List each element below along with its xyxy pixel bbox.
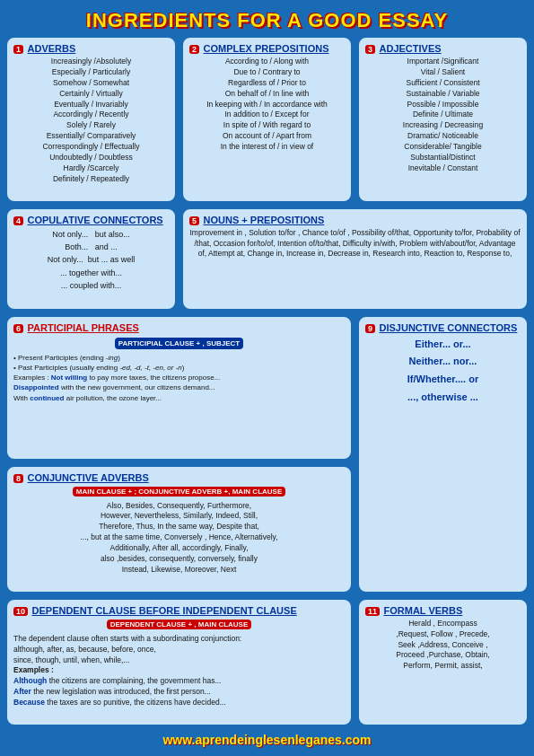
card-nouns-num: 5 xyxy=(189,216,199,225)
card-adverbs-header: 1 ADVERBS xyxy=(13,43,169,54)
main-grid: 1 ADVERBS Increasingly /Absolutely Espec… xyxy=(5,36,529,726)
card-conjunctive: 8 CONJUNCTIVE ADVERBS MAIN CLAUSE + ; CO… xyxy=(5,465,353,593)
card-adjectives: 3 ADJECTIVES Important /Significant Vita… xyxy=(357,36,529,203)
card-adverbs-num: 1 xyxy=(13,45,23,54)
card-complex-header: 2 COMPLEX PREPOSITIONS xyxy=(189,43,345,54)
card-copulative-body: Not only... but also... Both... and ... … xyxy=(13,228,169,293)
card-disjunctive-header: 9 DISJUNCTIVE CONNECTORS xyxy=(365,322,521,333)
card-participial: 6 PARTICIPIAL PHRASES PARTICIPIAL CLAUSE… xyxy=(5,315,353,461)
card-formal-num: 11 xyxy=(365,607,380,616)
card-complex-body: According to / Along with Due to / Contr… xyxy=(189,57,345,153)
conjunctive-highlight: MAIN CLAUSE + ; CONJUNCTIVE ADVERB +, MA… xyxy=(73,487,286,497)
card-formal-body: Herald , Encompass ,Request, Follow , Pr… xyxy=(365,619,521,672)
participial-subtitle: PARTICIPIAL CLAUSE + , SUBJECT xyxy=(115,338,244,349)
card-participial-title: PARTICIPIAL PHRASES xyxy=(28,322,139,333)
card-conjunctive-num: 8 xyxy=(13,474,23,483)
card-disjunctive: 9 DISJUNCTIVE CONNECTORS Either... or...… xyxy=(357,315,529,593)
card-adjectives-header: 3 ADJECTIVES xyxy=(365,43,521,54)
dependent-highlight: DEPENDENT CLAUSE + , MAIN CLAUSE xyxy=(107,620,252,629)
card-adjectives-body: Important /Significant Vital / Salient S… xyxy=(365,57,521,174)
card-adverbs-title: ADVERBS xyxy=(28,43,76,54)
footer-text: www.aprendeinglesenleganes.com xyxy=(162,733,371,747)
card-formal-title: FORMAL VERBS xyxy=(384,605,463,616)
card-dependent-num: 10 xyxy=(13,607,28,616)
footer-bar: www.aprendeinglesenleganes.com xyxy=(5,729,529,751)
card-formal: 11 FORMAL VERBS Herald , Encompass ,Requ… xyxy=(357,598,529,726)
card-nouns-body: Improvement in , Solution to/for , Chanc… xyxy=(189,228,521,260)
card-dependent-title: DEPENDENT CLAUSE BEFORE INDEPENDENT CLAU… xyxy=(32,605,297,616)
card-complex-title: COMPLEX PREPOSITIONS xyxy=(204,43,329,54)
card-participial-num: 6 xyxy=(13,324,23,333)
card-copulative: 4 COPULATIVE CONNECTORS Not only... but … xyxy=(5,207,177,311)
card-dependent: 10 DEPENDENT CLAUSE BEFORE INDEPENDENT C… xyxy=(5,598,353,726)
card-dependent-header: 10 DEPENDENT CLAUSE BEFORE INDEPENDENT C… xyxy=(13,605,345,616)
card-adverbs-body: Increasingly /Absolutely Especially / Pa… xyxy=(13,57,169,185)
card-copulative-num: 4 xyxy=(13,216,23,225)
card-participial-body: PARTICIPIAL CLAUSE + , SUBJECT • Present… xyxy=(13,336,345,403)
card-nouns-header: 5 NOUNS + PREPOSITIONS xyxy=(189,215,521,225)
card-nouns-title: NOUNS + PREPOSITIONS xyxy=(204,215,325,225)
card-conjunctive-body: Also, Besides, Consequently, Furthermore… xyxy=(13,501,345,576)
card-disjunctive-num: 9 xyxy=(365,324,375,333)
card-formal-header: 11 FORMAL VERBS xyxy=(365,605,521,616)
title-bar: INGREDIENTS FOR A GOOD ESSAY xyxy=(5,5,529,36)
card-adjectives-title: ADJECTIVES xyxy=(380,43,442,54)
card-nouns: 5 NOUNS + PREPOSITIONS Improvement in , … xyxy=(181,207,529,311)
card-complex: 2 COMPLEX PREPOSITIONS According to / Al… xyxy=(181,36,353,203)
card-adjectives-num: 3 xyxy=(365,45,375,54)
card-disjunctive-body: Either... or... Neither... nor... If/Whe… xyxy=(365,336,521,407)
card-copulative-header: 4 COPULATIVE CONNECTORS xyxy=(13,215,169,225)
card-complex-num: 2 xyxy=(189,45,199,54)
page: INGREDIENTS FOR A GOOD ESSAY 1 ADVERBS I… xyxy=(0,0,534,756)
card-participial-header: 6 PARTICIPIAL PHRASES xyxy=(13,322,345,333)
card-copulative-title: COPULATIVE CONNECTORS xyxy=(28,215,163,225)
card-conjunctive-header: 8 CONJUNCTIVE ADVERBS xyxy=(13,472,345,483)
card-adverbs: 1 ADVERBS Increasingly /Absolutely Espec… xyxy=(5,36,177,203)
main-title: INGREDIENTS FOR A GOOD ESSAY xyxy=(5,9,529,32)
card-disjunctive-title: DISJUNCTIVE CONNECTORS xyxy=(380,322,518,333)
card-conjunctive-title: CONJUNCTIVE ADVERBS xyxy=(28,472,149,483)
card-dependent-body: The dependent clause often starts with a… xyxy=(13,634,345,708)
